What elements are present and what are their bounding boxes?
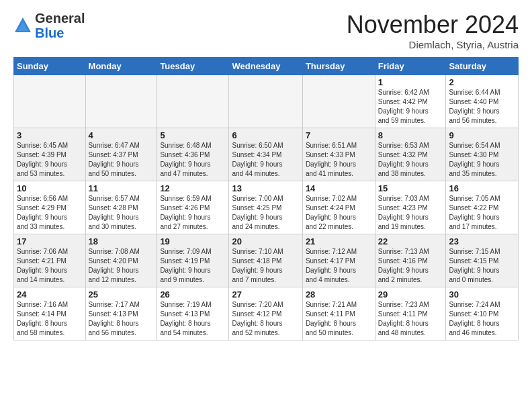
day-info: Sunrise: 6:54 AM Sunset: 4:30 PM Dayligh… (449, 141, 515, 179)
day-number: 7 (306, 130, 372, 140)
day-info: Sunrise: 7:03 AM Sunset: 4:23 PM Dayligh… (378, 194, 443, 232)
calendar-cell: 10Sunrise: 6:56 AM Sunset: 4:29 PM Dayli… (14, 181, 86, 234)
calendar-cell: 18Sunrise: 7:08 AM Sunset: 4:20 PM Dayli… (85, 234, 157, 287)
month-title: November 2024 (347, 11, 519, 39)
day-info: Sunrise: 7:13 AM Sunset: 4:16 PM Dayligh… (378, 247, 443, 285)
calendar-cell: 30Sunrise: 7:24 AM Sunset: 4:10 PM Dayli… (446, 287, 519, 340)
day-number: 10 (17, 183, 83, 193)
calendar-cell: 21Sunrise: 7:12 AM Sunset: 4:17 PM Dayli… (302, 234, 375, 287)
calendar-cell: 28Sunrise: 7:21 AM Sunset: 4:11 PM Dayli… (302, 287, 375, 340)
calendar-cell: 7Sunrise: 6:51 AM Sunset: 4:33 PM Daylig… (302, 128, 375, 181)
day-number: 19 (160, 236, 226, 246)
day-info: Sunrise: 6:45 AM Sunset: 4:39 PM Dayligh… (17, 141, 83, 179)
day-number: 9 (449, 130, 515, 140)
title-block: November 2024 Diemlach, Styria, Austria (347, 11, 519, 50)
calendar-cell: 25Sunrise: 7:17 AM Sunset: 4:13 PM Dayli… (85, 287, 157, 340)
day-info: Sunrise: 7:09 AM Sunset: 4:19 PM Dayligh… (160, 247, 226, 285)
calendar-week-row: 1Sunrise: 6:42 AM Sunset: 4:42 PM Daylig… (14, 75, 519, 128)
calendar-cell: 26Sunrise: 7:19 AM Sunset: 4:13 PM Dayli… (157, 287, 229, 340)
weekday-header: Wednesday (229, 58, 302, 75)
calendar-cell (85, 75, 157, 128)
day-info: Sunrise: 6:48 AM Sunset: 4:36 PM Dayligh… (160, 141, 226, 179)
calendar-cell: 17Sunrise: 7:06 AM Sunset: 4:21 PM Dayli… (14, 234, 86, 287)
day-info: Sunrise: 7:23 AM Sunset: 4:11 PM Dayligh… (378, 300, 443, 338)
calendar-cell: 2Sunrise: 6:44 AM Sunset: 4:40 PM Daylig… (446, 75, 519, 128)
day-number: 3 (17, 130, 83, 140)
calendar-cell: 27Sunrise: 7:20 AM Sunset: 4:12 PM Dayli… (229, 287, 302, 340)
day-info: Sunrise: 7:00 AM Sunset: 4:25 PM Dayligh… (232, 194, 299, 232)
day-info: Sunrise: 7:10 AM Sunset: 4:18 PM Dayligh… (232, 247, 299, 285)
weekday-header: Thursday (302, 58, 375, 75)
calendar-cell: 14Sunrise: 7:02 AM Sunset: 4:24 PM Dayli… (302, 181, 375, 234)
location: Diemlach, Styria, Austria (347, 39, 519, 50)
day-info: Sunrise: 7:08 AM Sunset: 4:20 PM Dayligh… (89, 247, 154, 285)
day-info: Sunrise: 7:05 AM Sunset: 4:22 PM Dayligh… (449, 194, 515, 232)
day-number: 30 (449, 289, 515, 300)
logo-text: General Blue (35, 11, 85, 40)
weekday-header: Tuesday (157, 58, 229, 75)
day-number: 23 (449, 236, 515, 246)
calendar-cell (302, 75, 375, 128)
day-info: Sunrise: 6:51 AM Sunset: 4:33 PM Dayligh… (306, 141, 372, 179)
calendar-cell: 5Sunrise: 6:48 AM Sunset: 4:36 PM Daylig… (157, 128, 229, 181)
calendar-week-row: 3Sunrise: 6:45 AM Sunset: 4:39 PM Daylig… (14, 128, 519, 181)
calendar-cell: 13Sunrise: 7:00 AM Sunset: 4:25 PM Dayli… (229, 181, 302, 234)
day-number: 12 (160, 183, 226, 193)
calendar-cell: 23Sunrise: 7:15 AM Sunset: 4:15 PM Dayli… (446, 234, 519, 287)
calendar-cell: 16Sunrise: 7:05 AM Sunset: 4:22 PM Dayli… (446, 181, 519, 234)
day-info: Sunrise: 6:53 AM Sunset: 4:32 PM Dayligh… (378, 141, 443, 179)
calendar-cell: 1Sunrise: 6:42 AM Sunset: 4:42 PM Daylig… (375, 75, 446, 128)
calendar-cell: 12Sunrise: 6:59 AM Sunset: 4:26 PM Dayli… (157, 181, 229, 234)
day-number: 26 (160, 289, 226, 300)
day-info: Sunrise: 7:16 AM Sunset: 4:14 PM Dayligh… (17, 300, 83, 338)
calendar-cell: 29Sunrise: 7:23 AM Sunset: 4:11 PM Dayli… (375, 287, 446, 340)
calendar-cell: 8Sunrise: 6:53 AM Sunset: 4:32 PM Daylig… (375, 128, 446, 181)
day-info: Sunrise: 7:02 AM Sunset: 4:24 PM Dayligh… (306, 194, 372, 232)
day-info: Sunrise: 6:56 AM Sunset: 4:29 PM Dayligh… (17, 194, 83, 232)
day-info: Sunrise: 7:12 AM Sunset: 4:17 PM Dayligh… (306, 247, 372, 285)
day-info: Sunrise: 6:57 AM Sunset: 4:28 PM Dayligh… (89, 194, 154, 232)
calendar-week-row: 10Sunrise: 6:56 AM Sunset: 4:29 PM Dayli… (14, 181, 519, 234)
day-number: 18 (89, 236, 154, 246)
weekday-header: Monday (85, 58, 157, 75)
calendar-cell: 9Sunrise: 6:54 AM Sunset: 4:30 PM Daylig… (446, 128, 519, 181)
header-row: SundayMondayTuesdayWednesdayThursdayFrid… (14, 58, 519, 75)
calendar: SundayMondayTuesdayWednesdayThursdayFrid… (13, 57, 519, 340)
calendar-cell: 4Sunrise: 6:47 AM Sunset: 4:37 PM Daylig… (85, 128, 157, 181)
weekday-header: Saturday (446, 58, 519, 75)
calendar-cell (157, 75, 229, 128)
day-number: 4 (89, 130, 154, 140)
day-info: Sunrise: 7:24 AM Sunset: 4:10 PM Dayligh… (449, 300, 515, 338)
day-number: 16 (449, 183, 515, 193)
day-number: 13 (232, 183, 299, 193)
day-number: 2 (449, 77, 515, 87)
calendar-cell: 24Sunrise: 7:16 AM Sunset: 4:14 PM Dayli… (14, 287, 86, 340)
day-info: Sunrise: 6:59 AM Sunset: 4:26 PM Dayligh… (160, 194, 226, 232)
logo-icon (13, 16, 32, 35)
day-info: Sunrise: 6:50 AM Sunset: 4:34 PM Dayligh… (232, 141, 299, 179)
calendar-cell: 19Sunrise: 7:09 AM Sunset: 4:19 PM Dayli… (157, 234, 229, 287)
calendar-cell: 6Sunrise: 6:50 AM Sunset: 4:34 PM Daylig… (229, 128, 302, 181)
calendar-cell: 11Sunrise: 6:57 AM Sunset: 4:28 PM Dayli… (85, 181, 157, 234)
day-number: 29 (378, 289, 443, 300)
calendar-cell (229, 75, 302, 128)
day-info: Sunrise: 7:17 AM Sunset: 4:13 PM Dayligh… (89, 300, 154, 338)
day-number: 15 (378, 183, 443, 193)
weekday-header: Sunday (14, 58, 86, 75)
calendar-cell: 15Sunrise: 7:03 AM Sunset: 4:23 PM Dayli… (375, 181, 446, 234)
day-number: 8 (378, 130, 443, 140)
header: General Blue November 2024 Diemlach, Sty… (13, 11, 519, 50)
logo: General Blue (13, 11, 85, 40)
day-number: 21 (306, 236, 372, 246)
calendar-cell (14, 75, 86, 128)
calendar-week-row: 17Sunrise: 7:06 AM Sunset: 4:21 PM Dayli… (14, 234, 519, 287)
calendar-cell: 3Sunrise: 6:45 AM Sunset: 4:39 PM Daylig… (14, 128, 86, 181)
day-info: Sunrise: 7:20 AM Sunset: 4:12 PM Dayligh… (232, 300, 299, 338)
day-number: 14 (306, 183, 372, 193)
day-number: 11 (89, 183, 154, 193)
day-info: Sunrise: 6:42 AM Sunset: 4:42 PM Dayligh… (378, 88, 443, 126)
calendar-cell: 20Sunrise: 7:10 AM Sunset: 4:18 PM Dayli… (229, 234, 302, 287)
day-info: Sunrise: 6:44 AM Sunset: 4:40 PM Dayligh… (449, 88, 515, 126)
calendar-week-row: 24Sunrise: 7:16 AM Sunset: 4:14 PM Dayli… (14, 287, 519, 340)
day-number: 28 (306, 289, 372, 300)
